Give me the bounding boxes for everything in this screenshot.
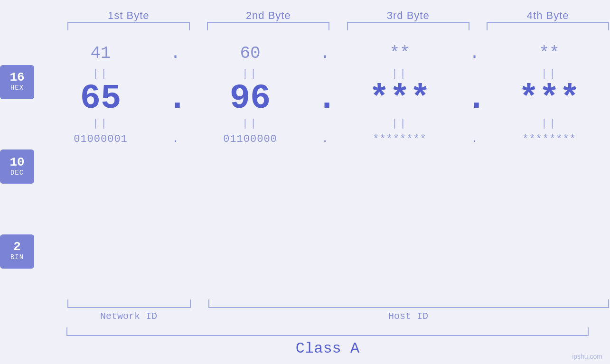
- host-bracket: [208, 299, 609, 308]
- bin-b2: 01100000: [184, 131, 317, 147]
- hex-b1: 41: [34, 35, 167, 66]
- bin-row: 01000001 . 01100000 . ******** . *******…: [34, 131, 610, 147]
- host-id-label: Host ID: [206, 310, 610, 323]
- byte4-header: 4th Byte: [486, 9, 610, 22]
- eq2-b1: ||: [34, 116, 167, 131]
- network-id-label: Network ID: [66, 310, 191, 323]
- bracket-byte3: [347, 22, 469, 30]
- hex-dot1: .: [167, 35, 184, 66]
- dec-badge-label: DEC: [10, 168, 24, 178]
- hex-b2: 60: [184, 35, 317, 66]
- bottom-brackets: [66, 299, 610, 308]
- hex-row: 41 . 60 . ** . **: [34, 35, 610, 66]
- class-bracket-row: [66, 327, 610, 336]
- hex-dot3: .: [466, 35, 483, 66]
- dec-dot1: .: [167, 82, 184, 116]
- dec-b4: ***: [483, 82, 610, 116]
- bin-badge-label: BIN: [10, 253, 24, 262]
- byte3-header: 3rd Byte: [346, 9, 470, 22]
- dec-badge-num: 10: [9, 156, 24, 168]
- byte1-header: 1st Byte: [66, 9, 191, 22]
- dec-b1: 65: [34, 82, 167, 116]
- content-area: 16 HEX 10 DEC 2 BIN 41 . 60 . ** . **: [0, 35, 610, 299]
- eq1-dot3: [466, 72, 483, 76]
- eq1-dot1: [167, 72, 184, 76]
- hex-b3: **: [333, 35, 466, 66]
- bin-badge: 2 BIN: [0, 234, 34, 269]
- eq2-b4: ||: [483, 116, 610, 131]
- badges-column: 16 HEX 10 DEC 2 BIN: [0, 35, 34, 299]
- dec-dot3: .: [466, 82, 483, 116]
- bin-b3: ********: [333, 131, 466, 147]
- bin-b4: ********: [483, 131, 610, 147]
- eq2-dot2: [317, 122, 333, 126]
- network-bracket: [67, 299, 191, 308]
- eq1-dot2: [317, 72, 333, 76]
- bracket-byte4: [487, 22, 609, 30]
- eq-row-2: || || || ||: [34, 116, 610, 131]
- bin-dot2: .: [317, 131, 333, 147]
- eq2-b3: ||: [333, 116, 466, 131]
- bracket-byte1: [67, 22, 190, 30]
- class-label: Class A: [66, 338, 589, 359]
- hex-badge-label: HEX: [10, 84, 24, 93]
- top-brackets: [66, 22, 610, 30]
- bin-b1: 01000001: [34, 131, 167, 147]
- eq2-dot3: [466, 122, 483, 126]
- bin-dot3: .: [466, 131, 483, 147]
- dec-dot2: .: [317, 82, 333, 116]
- hex-b4: **: [483, 35, 610, 66]
- dec-row: 65 . 96 . *** . ***: [34, 82, 610, 116]
- eq2-dot1: [167, 122, 184, 126]
- dec-badge: 10 DEC: [0, 149, 34, 184]
- byte2-header: 2nd Byte: [206, 9, 330, 22]
- dec-b3: ***: [333, 82, 466, 116]
- byte-headers: 1st Byte 2nd Byte 3rd Byte 4th Byte: [66, 9, 610, 22]
- main-container: 1st Byte 2nd Byte 3rd Byte 4th Byte 16 H…: [0, 0, 610, 364]
- bin-dot1: .: [167, 131, 184, 147]
- bracket-byte2: [207, 22, 329, 30]
- labels-row: Network ID Host ID: [66, 310, 610, 323]
- hex-badge: 16 HEX: [0, 65, 34, 99]
- class-label-row: Class A: [66, 338, 610, 359]
- eq2-b2: ||: [184, 116, 317, 131]
- dec-b2: 96: [184, 82, 317, 116]
- hex-badge-num: 16: [9, 71, 24, 84]
- data-columns: 41 . 60 . ** . ** || || || || 65: [34, 35, 610, 299]
- watermark: ipshu.com: [572, 353, 602, 360]
- hex-dot2: .: [317, 35, 333, 66]
- bin-badge-num: 2: [13, 241, 21, 253]
- class-bracket: [66, 327, 589, 336]
